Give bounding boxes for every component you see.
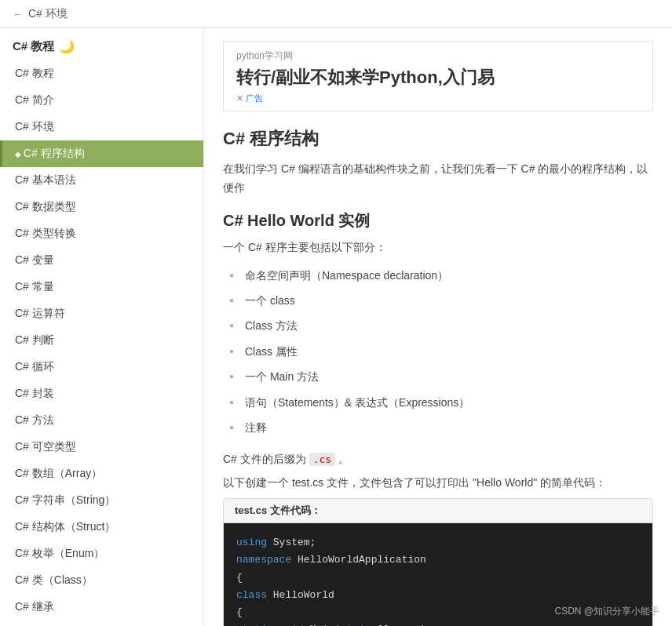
sidebar-item[interactable]: C# 简介 xyxy=(0,87,203,114)
top-bar: ← C# 环境 xyxy=(0,0,672,28)
ad-banner: python学习网 转行/副业不如来学Python,入门易 广告 xyxy=(223,41,653,111)
sidebar-item[interactable]: C# 结构体（Struct） xyxy=(0,514,203,540)
sidebar-item[interactable]: C# 枚举（Enum） xyxy=(0,540,203,567)
sidebar: C# 教程 🌙 C# 教程C# 简介C# 环境C# 程序结构C# 基本语法C# … xyxy=(0,28,204,626)
section-title-hello-world: C# Hello World 实例 xyxy=(223,210,653,231)
sidebar-item[interactable]: C# 类（Class） xyxy=(0,567,203,594)
sidebar-title: C# 教程 xyxy=(13,39,54,54)
list-item: 语句（Statements）& 表达式（Expressions） xyxy=(229,390,653,415)
watermark: CSDN @知识分享小能手 xyxy=(554,605,659,618)
code-line: class HelloWorld xyxy=(236,587,640,604)
sidebar-item[interactable]: C# 封装 xyxy=(0,380,203,407)
sidebar-items-container: C# 教程C# 简介C# 环境C# 程序结构C# 基本语法C# 数据类型C# 类… xyxy=(0,60,203,626)
sidebar-item[interactable]: C# 类型转换 xyxy=(0,220,203,247)
main-layout: C# 教程 🌙 C# 教程C# 简介C# 环境C# 程序结构C# 基本语法C# … xyxy=(0,28,672,626)
ad-title: 转行/副业不如来学Python,入门易 xyxy=(236,66,640,89)
sidebar-item[interactable]: C# 变量 xyxy=(0,247,203,274)
breadcrumb: C# 环境 xyxy=(28,7,68,21)
ad-site: python学习网 xyxy=(236,49,640,63)
sidebar-item[interactable]: C# 判断 xyxy=(0,327,203,354)
bullet-list: 命名空间声明（Namespace declaration）一个 classCla… xyxy=(223,263,653,441)
back-arrow-icon[interactable]: ← xyxy=(13,8,24,20)
sidebar-item[interactable]: C# 数据类型 xyxy=(0,194,203,220)
list-item: 注释 xyxy=(229,415,653,440)
sidebar-item[interactable]: C# 方法 xyxy=(0,407,203,434)
code-line: using System; xyxy=(236,534,640,551)
sidebar-item[interactable]: C# 字符串（String） xyxy=(0,487,203,514)
sidebar-item[interactable]: C# 基本语法 xyxy=(0,167,203,194)
list-intro: 一个 C# 程序主要包括以下部分： xyxy=(223,241,653,255)
sidebar-item[interactable]: C# 运算符 xyxy=(0,300,203,327)
sidebar-item[interactable]: C# 教程 xyxy=(0,60,203,87)
code-block-title: test.cs 文件代码： xyxy=(224,499,652,523)
list-item: Class 属性 xyxy=(229,339,653,364)
code-line: static void Main(string[] args) xyxy=(236,621,640,626)
sidebar-item[interactable]: C# 常量 xyxy=(0,274,203,300)
file-extension-code: .cs xyxy=(309,453,335,466)
content-area: python学习网 转行/副业不如来学Python,入门易 广告 C# 程序结构… xyxy=(204,28,672,626)
sidebar-item[interactable]: C# 环境 xyxy=(0,114,203,140)
code-line: namespace HelloWorldApplication xyxy=(236,551,640,569)
page-content: C# 程序结构 在我们学习 C# 编程语言的基础构件块之前，让我们先看一下 C#… xyxy=(204,121,672,626)
list-item: Class 方法 xyxy=(229,313,653,338)
sidebar-item[interactable]: C# 多态性 xyxy=(0,621,203,626)
create-file-text: 以下创建一个 test.cs 文件，文件包含了可以打印出 "Hello Worl… xyxy=(223,476,653,490)
sidebar-header: C# 教程 🌙 xyxy=(0,31,203,60)
list-item: 一个 class xyxy=(229,288,653,313)
list-item: 命名空间声明（Namespace declaration） xyxy=(229,263,653,288)
page-title: C# 程序结构 xyxy=(223,127,653,151)
sidebar-item[interactable]: C# 程序结构 xyxy=(0,140,203,167)
intro-text: 在我们学习 C# 编程语言的基础构件块之前，让我们先看一下 C# 的最小的程序结… xyxy=(223,160,653,198)
sidebar-item[interactable]: C# 数组（Array） xyxy=(0,460,203,487)
ad-label[interactable]: 广告 xyxy=(236,93,640,104)
sidebar-item[interactable]: C# 循环 xyxy=(0,354,203,380)
sidebar-item[interactable]: C# 继承 xyxy=(0,594,203,621)
moon-icon[interactable]: 🌙 xyxy=(59,39,75,54)
sidebar-item[interactable]: C# 可空类型 xyxy=(0,434,203,460)
list-item: 一个 Main 方法 xyxy=(229,364,653,389)
code-line: { xyxy=(236,570,640,587)
file-ext-text: C# 文件的后缀为 .cs 。 xyxy=(223,453,653,467)
